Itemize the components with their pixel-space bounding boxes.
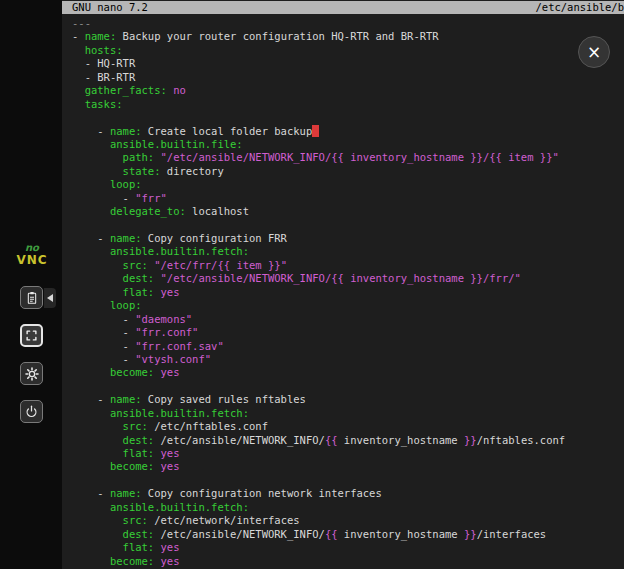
editor-line: - "frr" [72,192,624,205]
editor-line: ansible.builtin.file: [72,138,624,151]
editor-line: dest: /etc/ansible/NETWORK_INFO/{{ inven… [72,528,624,541]
editor-line: state: directory [72,165,624,178]
editor-line: src: /etc/network/interfaces [72,514,624,527]
nano-file-path: /etc/ansible/b [535,1,624,14]
editor-line: - name: Copy configuration FRR [72,232,624,245]
editor-line [72,111,624,124]
editor-line: - name: Backup your router configuration… [72,30,624,43]
editor-line: tasks: [72,98,624,111]
novnc-logo-top: no [14,243,50,254]
editor-line: - "vtysh.conf" [72,353,624,366]
nano-titlebar: GNU nano 7.2 /etc/ansible/b [62,1,624,14]
editor-line: src: /etc/nftables.conf [72,420,624,433]
settings-gear-icon [24,366,40,382]
editor-line [72,219,624,232]
editor-line: - name: Create local folder backup [72,125,624,138]
close-icon: × [587,44,601,61]
editor-line: - BR-RTR [72,71,624,84]
editor-line [72,380,624,393]
clipboard-icon [24,290,40,306]
clipboard-button[interactable] [20,286,43,309]
vnc-control-bar: no VNC [0,0,62,569]
novnc-logo: no VNC [14,243,50,266]
control-bar-handle[interactable] [44,288,56,308]
editor-line: - name: Copy saved rules nftables [72,393,624,406]
editor-line: become: yes [72,366,624,379]
editor-line: ansible.builtin.fetch: [72,245,624,258]
editor-line: - "daemons" [72,313,624,326]
editor-line: flat: yes [72,447,624,460]
editor-line: - "frr.conf" [72,326,624,339]
editor-line: gather_facts: no [72,84,624,97]
editor-line: --- [72,17,624,30]
editor-line: - name: Copy configuration network inter… [72,487,624,500]
editor-line: flat: yes [72,541,624,554]
editor-line: become: yes [72,555,624,568]
novnc-logo-text: VNC [14,254,50,267]
editor-line: hosts: [72,44,624,57]
editor-line: loop: [72,299,624,312]
editor-content[interactable]: ---- name: Backup your router configurat… [62,14,624,568]
editor-line: src: "/etc/frr/{{ item }}" [72,259,624,272]
editor-line: - "frr.conf.sav" [72,340,624,353]
editor-line: become: yes [72,460,624,473]
nano-app-title: GNU nano 7.2 [72,1,148,14]
power-button[interactable] [20,400,43,423]
editor-line: - HQ-RTR [72,57,624,70]
collapse-arrow-icon [47,294,53,302]
editor-line: loop: [72,178,624,191]
editor-line: ansible.builtin.fetch: [72,407,624,420]
settings-button[interactable] [20,362,43,385]
editor-line: dest: /etc/ansible/NETWORK_INFO/{{ inven… [72,434,624,447]
editor-line: flat: yes [72,286,624,299]
editor-line [72,474,624,487]
editor-line: delegate_to: localhost [72,205,624,218]
close-button[interactable]: × [578,36,610,68]
fullscreen-icon [24,328,39,343]
editor-line: path: "/etc/ansible/NETWORK_INFO/{{ inve… [72,151,624,164]
editor-line: dest: "/etc/ansible/NETWORK_INFO/{{ inve… [72,272,624,285]
screen: no VNC [0,0,624,569]
fullscreen-button[interactable] [20,324,43,347]
power-icon [24,404,39,419]
terminal[interactable]: GNU nano 7.2 /etc/ansible/b ---- name: B… [62,0,624,569]
editor-line: ansible.builtin.fetch: [72,501,624,514]
